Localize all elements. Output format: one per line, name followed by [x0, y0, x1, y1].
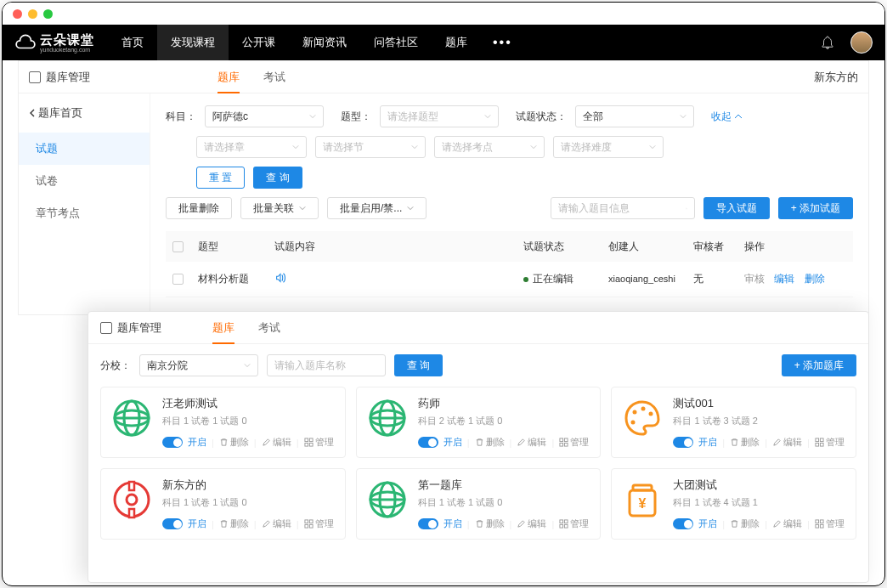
- cell-status: 正在编辑: [523, 272, 608, 286]
- bank-meta: 科目 1 试卷 1 试题 0: [162, 496, 336, 509]
- filter-status-select[interactable]: 全部: [575, 105, 694, 127]
- bank-title: 药师: [418, 396, 592, 411]
- svg-rect-16: [565, 443, 568, 446]
- toggle-enable[interactable]: [673, 518, 693, 529]
- card-manage[interactable]: 管理: [304, 436, 334, 449]
- card-delete[interactable]: 删除: [475, 436, 505, 449]
- search-input[interactable]: [551, 197, 695, 219]
- audio-icon[interactable]: [274, 272, 286, 284]
- svg-rect-30: [309, 520, 313, 523]
- add-bank-button[interactable]: + 添加题库: [782, 354, 856, 376]
- toggle-enable[interactable]: [418, 518, 438, 529]
- bulk-toggle-button[interactable]: 批量启用/禁...: [327, 197, 427, 219]
- svg-point-0: [686, 207, 686, 208]
- nav-more-icon[interactable]: •••: [481, 25, 524, 60]
- add-question-button[interactable]: + 添加试题: [778, 197, 853, 219]
- toggle-enable[interactable]: [162, 437, 183, 448]
- logo[interactable]: 云朵课堂 yunduoketang.com: [14, 31, 94, 54]
- svg-rect-38: [565, 520, 568, 523]
- import-button[interactable]: 导入试题: [703, 197, 770, 219]
- sidebar-item-questions[interactable]: 试题: [19, 133, 150, 165]
- th-reviewer: 审核者: [693, 240, 744, 254]
- query-button[interactable]: 查 询: [253, 167, 302, 189]
- svg-rect-14: [565, 438, 568, 442]
- filter-section-select[interactable]: 请选择节: [315, 136, 426, 158]
- query-button[interactable]: 查 询: [394, 354, 443, 376]
- op-review[interactable]: 审核: [744, 273, 765, 285]
- bank-name-input[interactable]: 请输入题库名称: [267, 354, 386, 376]
- chevron-down-icon: [407, 205, 414, 212]
- filter-chapter-select[interactable]: 请选择章: [196, 136, 307, 158]
- maximize-window-icon[interactable]: [43, 9, 53, 19]
- branch-select[interactable]: 南京分院: [139, 354, 258, 376]
- card-edit[interactable]: 编辑: [517, 517, 546, 530]
- card-manage[interactable]: 管理: [559, 436, 589, 449]
- nav-home[interactable]: 首页: [108, 25, 157, 60]
- toggle-enable[interactable]: [162, 518, 183, 529]
- close-window-icon[interactable]: [13, 9, 22, 19]
- svg-rect-47: [820, 524, 823, 528]
- tab-exam[interactable]: 考试: [263, 61, 285, 93]
- nav-qa[interactable]: 问答社区: [360, 25, 432, 60]
- chevron-down-icon: [292, 144, 299, 150]
- nav-question-bank[interactable]: 题库: [432, 25, 481, 60]
- breadcrumb: 题库管理: [100, 320, 161, 336]
- card-edit[interactable]: 编辑: [262, 436, 291, 449]
- bank-title: 汪老师测试: [162, 396, 336, 411]
- header-owner: 新东方的: [814, 70, 858, 85]
- nav-news[interactable]: 新闻资讯: [289, 25, 360, 60]
- select-all-checkbox[interactable]: [172, 241, 184, 252]
- card-delete[interactable]: 删除: [475, 517, 505, 530]
- filter-type-select[interactable]: 请选择题型: [380, 105, 499, 127]
- card-delete[interactable]: 删除: [730, 517, 760, 530]
- tab-question-bank[interactable]: 题库: [218, 61, 240, 93]
- row-checkbox[interactable]: [172, 274, 184, 285]
- breadcrumb-icon: [100, 322, 112, 334]
- bulk-link-button[interactable]: 批量关联: [240, 197, 319, 219]
- nav-discover-courses[interactable]: 发现课程: [157, 25, 229, 60]
- op-edit[interactable]: 编辑: [774, 273, 794, 285]
- filter-point-select[interactable]: 请选择考点: [434, 136, 545, 158]
- svg-text:¥: ¥: [639, 496, 647, 511]
- bank-icon: [365, 396, 410, 440]
- minimize-window-icon[interactable]: [28, 9, 37, 19]
- card-manage[interactable]: 管理: [304, 517, 334, 530]
- tab-question-bank[interactable]: 题库: [212, 312, 234, 344]
- sidebar-item-papers[interactable]: 试卷: [19, 165, 150, 197]
- toggle-enable[interactable]: [418, 437, 438, 448]
- filter-collapse[interactable]: 收起: [711, 110, 743, 124]
- bank-title: 第一题库: [418, 478, 592, 493]
- bulk-delete-button[interactable]: 批量删除: [166, 197, 232, 219]
- bank-icon: [365, 478, 410, 522]
- card-edit[interactable]: 编辑: [517, 436, 546, 449]
- breadcrumb-text: 题库管理: [117, 320, 161, 336]
- notifications-icon[interactable]: [820, 35, 835, 50]
- card-manage[interactable]: 管理: [815, 517, 845, 530]
- toggle-enable[interactable]: [673, 437, 693, 448]
- card-manage[interactable]: 管理: [815, 436, 845, 449]
- chevron-down-icon: [244, 362, 251, 369]
- filter-difficulty-select[interactable]: 请选择难度: [553, 136, 664, 158]
- filter-subject-select[interactable]: 阿萨德c: [205, 105, 324, 127]
- op-delete[interactable]: 删除: [805, 273, 825, 285]
- sidebar-back[interactable]: 题库首页: [19, 93, 150, 133]
- card-delete[interactable]: 删除: [219, 517, 249, 530]
- card-delete[interactable]: 删除: [730, 436, 760, 449]
- toggle-label: 开启: [698, 517, 717, 530]
- sidebar-item-chapters[interactable]: 章节考点: [19, 197, 150, 229]
- nav-open-class[interactable]: 公开课: [229, 25, 289, 60]
- chevron-down-icon: [680, 113, 686, 120]
- bank-card: 汪老师测试科目 1 试卷 1 试题 0开启|删除|编辑|管理: [100, 387, 346, 458]
- svg-rect-15: [560, 443, 563, 446]
- card-edit[interactable]: 编辑: [772, 517, 802, 530]
- tab-exam[interactable]: 考试: [258, 312, 280, 344]
- card-edit[interactable]: 编辑: [772, 436, 802, 449]
- card-delete[interactable]: 删除: [219, 436, 249, 449]
- avatar[interactable]: [850, 31, 873, 54]
- reset-button[interactable]: 重 置: [196, 167, 245, 189]
- toggle-label: 开启: [188, 436, 206, 449]
- card-manage[interactable]: 管理: [559, 517, 589, 530]
- card-edit[interactable]: 编辑: [262, 517, 291, 530]
- bank-meta: 科目 1 试卷 1 试题 0: [162, 415, 336, 427]
- svg-point-20: [631, 421, 636, 425]
